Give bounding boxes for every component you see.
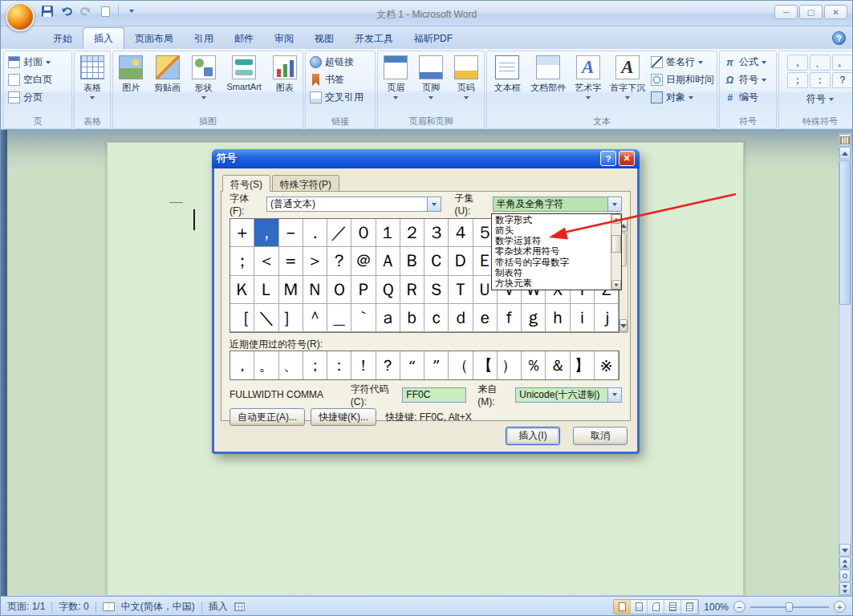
symbol-cell[interactable]: ａ: [376, 304, 400, 332]
symbol-cell[interactable]: ，: [254, 219, 278, 247]
number-button[interactable]: #编号: [722, 90, 760, 105]
recent-symbol-cell[interactable]: 、: [279, 351, 303, 379]
smartart-button[interactable]: SmartArt: [226, 53, 262, 92]
recent-symbol-cell[interactable]: ？: [376, 351, 400, 379]
ribbon-tab[interactable]: 邮件: [224, 28, 264, 49]
symbol-cell[interactable]: ４: [449, 219, 473, 247]
autocorrect-button[interactable]: 自动更正(A)...: [229, 408, 305, 426]
symbol-cell[interactable]: ｅ: [473, 304, 498, 332]
symbol-cell[interactable]: Ｒ: [400, 276, 424, 304]
bookmark-button[interactable]: 书签: [308, 72, 346, 87]
subset-option[interactable]: 制表符: [492, 268, 611, 278]
chart-button[interactable]: 图表: [272, 53, 298, 95]
minimize-button[interactable]: ─: [774, 5, 798, 19]
text-box-button[interactable]: 文本框: [488, 53, 526, 95]
symbol-cell[interactable]: ［: [230, 304, 254, 332]
character-code-input[interactable]: [402, 387, 466, 403]
scroll-down-button[interactable]: [839, 544, 851, 557]
clip-art-button[interactable]: 剪贴画: [153, 53, 181, 95]
web-layout-view-button[interactable]: [648, 600, 664, 614]
symbol-cell[interactable]: Ｃ: [424, 247, 449, 275]
recent-symbol-cell[interactable]: 。: [254, 351, 278, 379]
symbol-cell[interactable]: ｈ: [546, 304, 570, 332]
cancel-button[interactable]: 取消: [573, 427, 628, 445]
recent-symbol-cell[interactable]: ＆: [546, 351, 570, 379]
dialog-tab[interactable]: 特殊字符(P): [272, 175, 339, 191]
subset-option[interactable]: 数字形式: [492, 215, 611, 225]
ribbon-tab[interactable]: 视图: [304, 28, 344, 49]
page-number-button[interactable]: 页码: [453, 53, 479, 100]
header-button[interactable]: 页眉: [383, 53, 408, 100]
ribbon-tab[interactable]: 审阅: [264, 28, 304, 49]
recent-symbol-cell[interactable]: “: [400, 351, 424, 379]
subset-option[interactable]: 数学运算符: [492, 236, 611, 246]
symbol-cell[interactable]: ＜: [254, 247, 278, 275]
dropdown-scrollbar-thumb[interactable]: [611, 235, 621, 253]
dialog-close-button[interactable]: ✕: [619, 151, 635, 166]
zoom-out-button[interactable]: −: [733, 601, 745, 613]
symbol-cell[interactable]: ＿: [327, 304, 351, 332]
grid-scroll-down-button[interactable]: [619, 319, 628, 332]
subset-option[interactable]: 带括号的字母数字: [492, 257, 611, 268]
punctuation-button[interactable]: ，: [787, 55, 808, 71]
recent-symbol-cell[interactable]: ”: [424, 351, 449, 379]
symbol-cell[interactable]: ３: [424, 219, 449, 247]
office-button[interactable]: [6, 2, 35, 31]
font-dropdown-button[interactable]: [427, 197, 441, 211]
insert-button[interactable]: 插入(I): [506, 427, 560, 445]
symbol-cell[interactable]: ２: [400, 219, 424, 247]
dropdown-scrollbar[interactable]: [611, 214, 621, 290]
scrollbar-thumb[interactable]: [839, 160, 851, 305]
zoom-in-button[interactable]: +: [834, 601, 846, 613]
footer-button[interactable]: 页脚: [418, 53, 444, 100]
object-button[interactable]: 对象: [649, 90, 695, 105]
punctuation-button[interactable]: ：: [810, 72, 831, 88]
dialog-help-button[interactable]: ?: [600, 151, 616, 166]
symbol-cell[interactable]: ；: [230, 247, 254, 275]
ribbon-tab[interactable]: 引用: [184, 28, 224, 49]
symbol-cell[interactable]: ｂ: [400, 304, 424, 332]
close-button[interactable]: ✕: [824, 5, 847, 19]
symbol-cell[interactable]: ｊ: [595, 304, 619, 332]
punctuation-button[interactable]: 。: [832, 55, 853, 71]
symbol-cell[interactable]: Ｏ: [327, 276, 351, 304]
symbol-cell[interactable]: Ｋ: [230, 276, 254, 304]
recent-symbol-cell[interactable]: 】: [571, 351, 595, 379]
from-dropdown-button[interactable]: [607, 388, 621, 402]
maximize-button[interactable]: ▢: [799, 5, 823, 19]
symbol-cell[interactable]: ．: [303, 219, 327, 247]
table-button[interactable]: 表格: [79, 53, 105, 100]
hyperlink-button[interactable]: 超链接: [308, 55, 355, 70]
full-screen-reading-view-button[interactable]: [631, 600, 648, 614]
symbol-cell[interactable]: Ａ: [376, 247, 400, 275]
symbol-cell[interactable]: ｀: [351, 304, 376, 332]
ribbon-tab[interactable]: 插入: [83, 27, 124, 49]
zoom-level[interactable]: 100%: [704, 602, 729, 613]
punctuation-button[interactable]: ；: [787, 72, 808, 88]
symbol-cell[interactable]: Ｑ: [376, 276, 400, 304]
dialog-tab[interactable]: 符号(S): [222, 175, 270, 192]
previous-page-button[interactable]: [839, 557, 851, 569]
symbol-cell[interactable]: ０: [351, 219, 376, 247]
picture-button[interactable]: 图片: [118, 53, 144, 95]
symbol-cell[interactable]: ｇ: [522, 304, 546, 332]
from-combobox[interactable]: Unicode(十六进制): [515, 387, 622, 403]
date-time-button[interactable]: 日期和时间: [649, 72, 716, 87]
symbol-cell[interactable]: ＋: [230, 219, 254, 247]
quick-parts-button[interactable]: 文档部件: [527, 53, 569, 95]
page-indicator[interactable]: 页面: 1/1: [7, 600, 45, 614]
recent-symbol-cell[interactable]: ，: [230, 351, 254, 379]
shortcut-key-button[interactable]: 快捷键(K)...: [311, 408, 376, 426]
subset-option[interactable]: 零杂技术用符号: [492, 246, 611, 257]
help-button[interactable]: ?: [832, 31, 846, 45]
symbol-cell[interactable]: Ｎ: [303, 276, 327, 304]
symbol-cell[interactable]: ＾: [303, 304, 327, 332]
scroll-up-button[interactable]: [839, 147, 851, 160]
dialog-title-bar[interactable]: 符号 ? ✕: [212, 149, 640, 168]
symbol-cell[interactable]: ＞: [303, 247, 327, 275]
symbol-cell[interactable]: Ｂ: [400, 247, 424, 275]
page-break-button[interactable]: 分页: [6, 90, 44, 105]
outline-view-button[interactable]: [664, 600, 681, 614]
zoom-slider-thumb[interactable]: [786, 602, 793, 612]
symbol-cell[interactable]: Ｔ: [449, 276, 473, 304]
